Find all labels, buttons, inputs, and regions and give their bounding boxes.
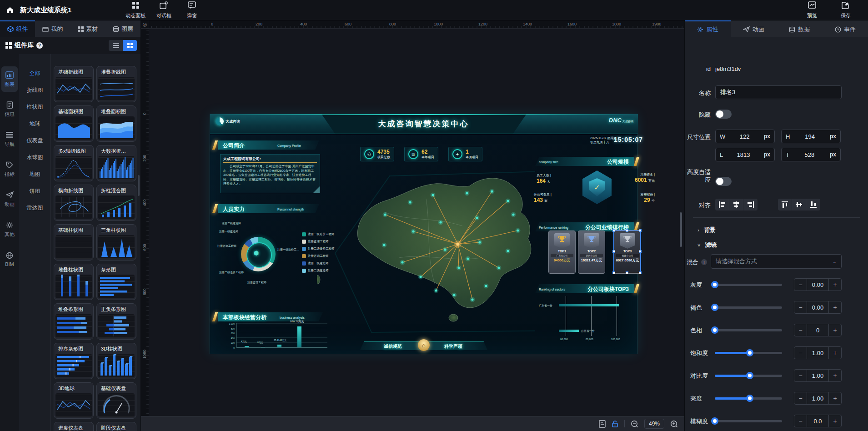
component-card[interactable]: 三角柱状图 (96, 224, 136, 261)
component-card[interactable]: 进度仪表盘 (54, 422, 94, 431)
subcategory-5[interactable]: 仪表盘 (19, 132, 50, 149)
tab-animation[interactable]: 动画 (731, 20, 777, 37)
filter-slider-thumb[interactable] (711, 281, 718, 288)
ranking-card-top2[interactable]: TOP2贵州分公司10321.47万元 (578, 231, 605, 274)
selection-overlay[interactable] (613, 230, 641, 273)
filter-slider[interactable] (715, 420, 782, 422)
page-outline-icon[interactable] (599, 420, 606, 428)
rail-item-7[interactable]: BIM (0, 244, 19, 274)
subcategory-8[interactable]: 饼图 (19, 183, 50, 200)
save-button[interactable]: 保存 (833, 0, 859, 20)
filter-slider-thumb[interactable] (746, 395, 753, 402)
zoom-level[interactable]: 49% (644, 419, 664, 429)
canvas-scrollbar[interactable] (680, 212, 682, 247)
rail-item-6[interactable]: 其他 (0, 214, 19, 244)
filter-slider[interactable] (715, 375, 782, 377)
component-card[interactable]: 横向折线图 (54, 185, 94, 221)
section-filter[interactable]: ˅滤镜 (697, 241, 717, 249)
selection-handle[interactable] (639, 250, 642, 253)
grid-view-button[interactable] (123, 40, 137, 51)
component-card[interactable]: 堆叠条形图 (54, 303, 94, 340)
filter-slider[interactable] (715, 306, 782, 309)
subcategory-3[interactable]: 柱状图 (19, 99, 50, 115)
decrement-button[interactable]: − (794, 415, 807, 427)
rail-item-4[interactable]: 指标 (0, 154, 19, 184)
increment-button[interactable]: + (829, 324, 841, 336)
rail-item-2[interactable]: 信息 (0, 94, 19, 124)
subcategory-2[interactable]: 折线图 (19, 82, 50, 99)
subcategory-7[interactable]: 地图 (19, 166, 50, 183)
increment-button[interactable]: + (829, 415, 841, 427)
blend-info-icon[interactable]: ! (701, 259, 707, 265)
component-card[interactable]: 正负条形图 (96, 303, 136, 340)
rail-item-1[interactable]: 图表 (0, 64, 19, 94)
selection-handle[interactable] (626, 271, 628, 274)
zoom-in-button[interactable] (670, 420, 678, 428)
decrement-button[interactable]: − (794, 392, 807, 404)
filter-slider[interactable] (715, 329, 782, 331)
filter-slider-thumb[interactable] (711, 326, 718, 334)
component-card[interactable]: 多x轴折线图 (54, 145, 94, 181)
rail-item-3[interactable]: 导航 (0, 124, 19, 154)
align-top-button[interactable] (778, 199, 792, 210)
increment-button[interactable]: + (829, 301, 841, 313)
decrement-button[interactable]: − (794, 301, 807, 313)
width-field[interactable]: W122px (715, 130, 775, 143)
filter-slider-thumb[interactable] (711, 417, 718, 425)
subcategory-4[interactable]: 地球 (19, 115, 50, 132)
align-middle-v-button[interactable] (792, 199, 806, 210)
hide-toggle[interactable] (715, 110, 732, 119)
component-card[interactable]: 堆叠面积图 (96, 105, 136, 142)
decrement-button[interactable]: − (794, 370, 807, 381)
increment-button[interactable]: + (829, 370, 841, 381)
filter-slider-thumb[interactable] (746, 349, 753, 356)
unlock-icon[interactable] (612, 420, 618, 428)
filter-slider[interactable] (715, 352, 782, 354)
align-bottom-button[interactable] (806, 199, 820, 210)
selection-handle[interactable] (626, 229, 628, 232)
filter-slider-thumb[interactable] (746, 372, 753, 379)
autoheight-toggle[interactable] (715, 177, 732, 186)
component-card[interactable]: 基础折线图 (54, 66, 94, 102)
filter-slider-thumb[interactable] (711, 304, 718, 311)
tab-properties[interactable]: 属性 (685, 20, 731, 37)
selection-handle[interactable] (639, 229, 642, 232)
component-card[interactable]: 3D柱状图 (96, 343, 136, 379)
filter-slider[interactable] (715, 397, 782, 400)
align-left-button[interactable] (715, 199, 729, 210)
tab-layers[interactable]: 图层 (105, 20, 140, 37)
selection-handle[interactable] (612, 250, 615, 253)
align-right-button[interactable] (743, 199, 758, 210)
tab-data[interactable]: 数据 (777, 20, 823, 37)
filter-slider[interactable] (715, 284, 782, 286)
component-card[interactable]: 基础柱状图 (54, 224, 94, 261)
component-card[interactable]: 堆叠柱状图 (54, 264, 94, 300)
rail-item-5[interactable]: 动画 (0, 184, 19, 214)
preview-button[interactable]: 预览 (799, 0, 825, 20)
component-card[interactable]: 排序条形图 (54, 343, 94, 379)
component-card[interactable]: 堆叠折线图 (96, 66, 136, 102)
zoom-out-button[interactable] (631, 420, 638, 428)
list-view-button[interactable] (109, 40, 123, 51)
increment-button[interactable]: + (829, 392, 841, 404)
increment-button[interactable]: + (829, 279, 841, 291)
tab-events[interactable]: 事件 (822, 20, 868, 37)
decrement-button[interactable]: − (794, 324, 807, 336)
popup-button[interactable]: 弹窗 (178, 0, 206, 20)
component-card[interactable]: 大数据折… (96, 145, 136, 181)
left-panel-scrollbar[interactable] (138, 175, 140, 196)
height-field[interactable]: H194px (781, 130, 841, 143)
component-card[interactable]: 阶段仪表盘 (96, 422, 136, 431)
help-icon[interactable]: ? (36, 42, 43, 49)
top-field[interactable]: T528px (781, 148, 841, 161)
component-card[interactable]: 折柱混合图 (96, 185, 136, 221)
component-card[interactable]: 基础面积图 (54, 105, 94, 142)
increment-button[interactable]: + (829, 347, 841, 359)
tab-mine[interactable]: 我的 (35, 20, 70, 37)
tab-components[interactable]: 组件 (0, 20, 35, 37)
subcategory-6[interactable]: 水球图 (19, 149, 50, 166)
selection-handle[interactable] (639, 271, 642, 274)
ruler-origin-icon[interactable]: ◎ (141, 20, 149, 29)
align-center-h-button[interactable] (729, 199, 743, 210)
component-card[interactable]: 3D地球 (54, 382, 94, 419)
